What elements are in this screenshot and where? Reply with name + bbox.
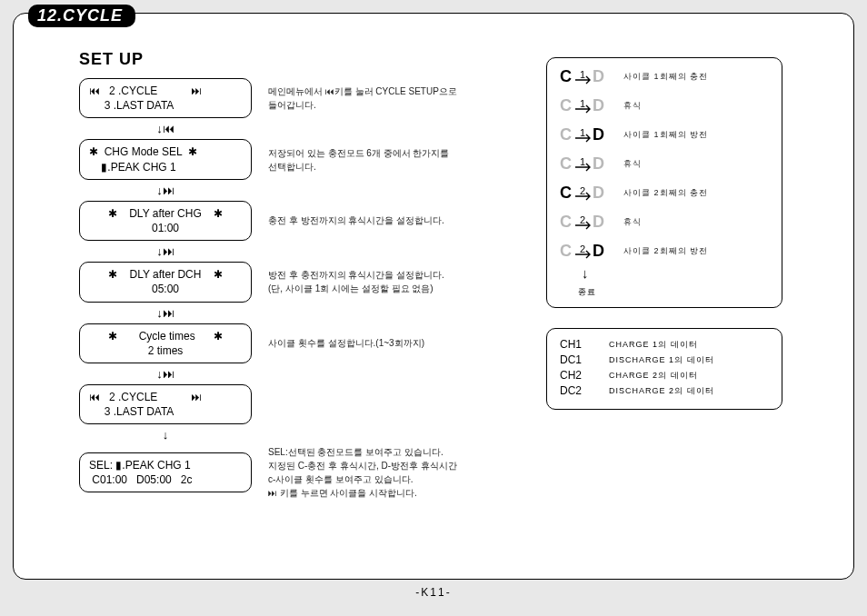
legend-row: CH1CHARGE 1의 데이터	[560, 338, 769, 351]
sequence-desc: 사이클 2회째의 충전	[623, 187, 708, 199]
legend-row: DC2DISCHARGE 2의 데이터	[560, 384, 769, 397]
legend-value: CHARGE 1의 데이터	[609, 339, 698, 351]
flow-arrow-icon: ↓⏭	[79, 367, 252, 381]
step-description: 충전 후 방전까지의 휴식시간을 설정합니다.	[268, 214, 523, 227]
legend-key: DC2	[560, 384, 596, 397]
step-line: 3 .LAST DATA	[89, 98, 242, 113]
svg-text:C: C	[560, 125, 572, 144]
svg-text:D: D	[593, 184, 604, 202]
flow-arrow-icon: ↓⏭	[79, 244, 252, 258]
svg-text:2: 2	[580, 243, 585, 254]
section-tab: 12.CYCLE	[28, 5, 135, 27]
step-line: ⏮ 2 .CYCLE ⏭	[89, 84, 242, 98]
content-area: SET UP ⏮ 2 .CYCLE ⏭ 3 .LAST DATA메인메뉴에서 ⏮…	[79, 50, 826, 570]
sequence-desc: 휴식	[623, 158, 642, 170]
sequence-desc: 사이클 1회째의 충전	[623, 71, 708, 83]
sequence-row: C 1 D 휴식	[560, 154, 769, 173]
flow-row: SEL: ▮.PEAK CHG 1 C01:00 D05:00 2cSEL:선택…	[79, 445, 826, 500]
step-line: ✱ DLY after DCH ✱	[89, 267, 242, 282]
sequence-desc: 사이클 1회째의 방전	[623, 129, 708, 141]
cd-phase-icon: C 1 D	[560, 67, 609, 85]
svg-text:C: C	[560, 184, 572, 202]
flow-step: ⏮ 2 .CYCLE ⏭ 3 .LAST DATA	[79, 384, 252, 424]
sequence-desc: 사이클 2회째의 방전	[623, 245, 708, 257]
flow-arrow-icon: ↓	[79, 428, 252, 442]
flow-arrow-icon: ↓⏭	[79, 306, 252, 320]
legend-key: CH2	[560, 369, 596, 382]
svg-text:C: C	[560, 67, 572, 85]
step-line: 3 .LAST DATA	[89, 404, 242, 419]
svg-text:C: C	[560, 242, 572, 260]
step-line: ✱ DLY after CHG ✱	[89, 206, 242, 221]
sequence-desc: 휴식	[623, 216, 642, 228]
svg-text:D: D	[593, 242, 604, 260]
cd-phase-icon: C 2 D	[560, 184, 609, 202]
step-description: 사이클 횟수를 설정합니다.(1~3회까지)	[268, 336, 523, 350]
flow-step: ✱ Cycle times ✱2 times	[79, 323, 252, 363]
flow-step: ⏮ 2 .CYCLE ⏭ 3 .LAST DATA	[79, 78, 252, 118]
step-line: 01:00	[89, 221, 242, 235]
flow-step: ✱ DLY after DCH ✱05:00	[79, 262, 252, 302]
flow-step: SEL: ▮.PEAK CHG 1 C01:00 D05:00 2c	[79, 452, 252, 492]
cd-phase-icon: C 1 D	[560, 96, 609, 114]
step-description: 저장되어 있는 충전모드 6개 중에서 한가지를 선택합니다.	[268, 146, 523, 174]
step-line: ✱ CHG Mode SEL ✱	[89, 144, 242, 159]
flow-step: ✱ DLY after CHG ✱01:00	[79, 201, 252, 241]
legend-value: DISCHARGE 2의 데이터	[609, 385, 714, 397]
step-line: 2 times	[89, 343, 242, 358]
sequence-row: C 1 D 사이클 1회째의 방전	[560, 125, 769, 144]
flow-step: ✱ CHG Mode SEL ✱ ▮.PEAK CHG 1	[79, 139, 252, 179]
svg-text:D: D	[593, 213, 604, 231]
cd-phase-icon: C 1 D	[560, 125, 609, 144]
step-line: ⏮ 2 .CYCLE ⏭	[89, 390, 242, 404]
sequence-row: C 1 D 휴식	[560, 96, 769, 114]
step-line: ✱ Cycle times ✱	[89, 329, 242, 343]
legend-key: DC1	[560, 353, 596, 366]
legend-value: CHARGE 2의 데이터	[609, 370, 698, 382]
cd-phase-icon: C 1 D	[560, 154, 609, 173]
svg-text:1: 1	[580, 98, 585, 109]
sequence-row: C 2 D 휴식	[560, 213, 769, 231]
sequence-end: 종료	[578, 286, 769, 298]
svg-text:2: 2	[580, 185, 585, 196]
step-line: C01:00 D05:00 2c	[89, 472, 242, 487]
step-line: SEL: ▮.PEAK CHG 1	[89, 458, 242, 472]
flow-arrow-icon: ↓⏮	[79, 122, 252, 135]
cd-phase-icon: C 2 D	[560, 242, 609, 260]
step-description: SEL:선택된 충전모드를 보여주고 있습니다. 지정된 C-충전 후 휴식시간…	[268, 445, 523, 500]
cd-phase-icon: C 2 D	[560, 213, 609, 231]
legend-key: CH1	[560, 338, 596, 351]
svg-text:D: D	[593, 67, 604, 85]
right-column: C 1 D 사이클 1회째의 충전 C 1 D 휴식 C 1 D 사이클 1회째…	[546, 57, 782, 430]
svg-text:C: C	[560, 213, 572, 231]
step-description: 방전 후 충전까지의 휴식시간을 설정합니다. (단, 사이클 1회 시에는 설…	[268, 268, 523, 295]
sequence-row: C 2 D 사이클 2회째의 방전	[560, 242, 769, 260]
cycle-sequence-box: C 1 D 사이클 1회째의 충전 C 1 D 휴식 C 1 D 사이클 1회째…	[546, 57, 782, 308]
legend-row: DC1DISCHARGE 1의 데이터	[560, 353, 769, 366]
svg-text:1: 1	[580, 127, 585, 138]
data-legend-box: CH1CHARGE 1의 데이터DC1DISCHARGE 1의 데이터CH2CH…	[546, 328, 782, 410]
down-arrow-icon: ↓	[582, 265, 769, 281]
legend-value: DISCHARGE 1의 데이터	[609, 354, 714, 366]
sequence-row: C 1 D 사이클 1회째의 충전	[560, 67, 769, 85]
flow-arrow-icon: ↓⏭	[79, 184, 252, 197]
sequence-desc: 휴식	[623, 100, 642, 112]
step-line: 05:00	[89, 282, 242, 296]
svg-text:1: 1	[580, 69, 585, 80]
svg-text:1: 1	[580, 156, 585, 167]
page-number: -K11-	[14, 586, 853, 599]
svg-text:C: C	[560, 154, 572, 173]
step-line: ▮.PEAK CHG 1	[89, 160, 242, 174]
svg-text:2: 2	[580, 214, 585, 225]
legend-row: CH2CHARGE 2의 데이터	[560, 369, 769, 382]
sequence-row: C 2 D 사이클 2회째의 충전	[560, 184, 769, 202]
svg-text:D: D	[593, 154, 604, 173]
svg-text:D: D	[593, 125, 604, 144]
page-frame: 12.CYCLE SET UP ⏮ 2 .CYCLE ⏭ 3 .LAST DAT…	[13, 13, 854, 580]
step-description: 메인메뉴에서 ⏮키를 눌러 CYCLE SETUP으로 들어갑니다.	[268, 84, 523, 112]
svg-text:C: C	[560, 96, 572, 114]
svg-text:D: D	[593, 96, 604, 114]
